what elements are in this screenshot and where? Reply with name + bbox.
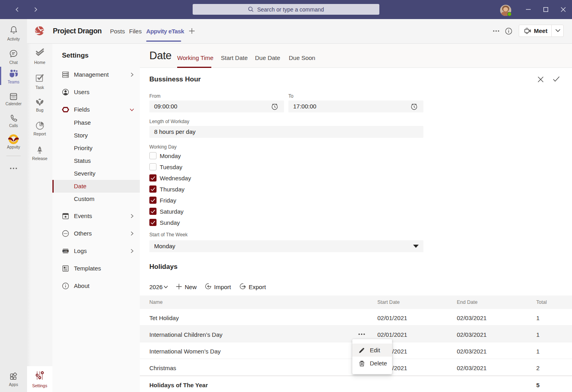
svg-text:LOG: LOG (64, 250, 68, 252)
